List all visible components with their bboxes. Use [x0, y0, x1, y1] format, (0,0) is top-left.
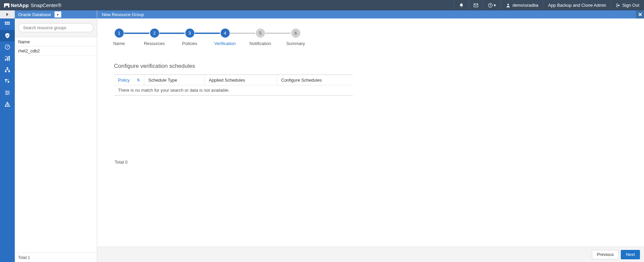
signout-button[interactable]: Sign Out [611, 0, 644, 10]
svg-rect-17 [7, 68, 8, 69]
left-panel-column-header[interactable]: Name [15, 37, 97, 46]
svg-rect-0 [4, 3, 5, 7]
nav-settings[interactable] [0, 87, 15, 98]
nav-monitor[interactable] [0, 41, 15, 53]
nav-reports[interactable] [0, 53, 15, 64]
step-label: Resources [144, 41, 165, 46]
signout-icon [616, 3, 620, 8]
step-connector [195, 33, 220, 34]
table-header-row: Policy ⇅ Schedule Type Applied Schedules… [114, 75, 353, 85]
resource-group-row[interactable]: rhel2_cdb2 [15, 46, 97, 56]
rail-toggle[interactable] [0, 10, 15, 18]
left-panel: Oracle Database ▾ Name rhel2_cdb2 Total … [15, 10, 97, 262]
svg-rect-15 [7, 57, 8, 61]
table-total: Total 0 [114, 160, 627, 165]
blocks-icon [4, 78, 10, 84]
left-total-label: Total 1 [18, 255, 30, 260]
svg-rect-25 [7, 104, 8, 105]
nav-dashboard[interactable] [0, 18, 15, 30]
step-name[interactable]: 1 Name [114, 29, 124, 46]
step-label: Verification [214, 41, 236, 46]
sort-asc-icon[interactable]: ⇅ [137, 78, 140, 82]
svg-rect-16 [9, 56, 10, 61]
table-empty-message: There is no match for your search or dat… [114, 85, 353, 95]
svg-point-23 [8, 92, 9, 93]
shield-check-icon [4, 33, 10, 39]
col-applied-schedules[interactable]: Applied Schedules [205, 75, 277, 85]
svg-point-13 [7, 47, 8, 47]
svg-point-24 [6, 94, 7, 95]
help-button[interactable]: ? ▾ [483, 0, 501, 10]
col-configure-schedules[interactable]: Configure Schedules [277, 75, 353, 85]
step-policies[interactable]: 3 Policies [185, 29, 195, 46]
plugin-dropdown-toggle[interactable]: ▾ [54, 11, 61, 17]
next-button[interactable]: Next [621, 250, 640, 259]
col-policy-label: Policy [118, 78, 130, 83]
verification-table: Policy ⇅ Schedule Type Applied Schedules… [114, 74, 353, 96]
mail-icon [473, 3, 478, 8]
content-header: New Resource Group ✕ [97, 10, 644, 18]
top-bar: NetApp SnapCenter® ? ▾ demo\oradba App B… [0, 0, 644, 10]
step-label: Notification [250, 41, 271, 46]
svg-rect-1 [8, 3, 9, 7]
col-schedule-type[interactable]: Schedule Type [144, 75, 205, 85]
svg-rect-18 [5, 71, 7, 72]
brand: NetApp SnapCenter® [0, 2, 65, 8]
left-panel-search-area [15, 18, 97, 37]
barchart-icon [4, 55, 10, 61]
step-circle: 3 [185, 29, 194, 38]
step-verification[interactable]: 4 Verification [220, 29, 230, 46]
gauge-icon [4, 44, 10, 50]
svg-rect-26 [7, 106, 8, 106]
step-label: Summary [286, 41, 305, 46]
alert-icon [4, 101, 10, 107]
svg-rect-14 [5, 59, 6, 61]
svg-rect-7 [7, 22, 8, 23]
bell-icon [459, 3, 464, 8]
col-policy[interactable]: Policy ⇅ [114, 75, 144, 85]
svg-rect-20 [5, 79, 7, 81]
svg-point-5 [507, 4, 509, 5]
step-summary[interactable]: 6 Summary [291, 29, 301, 46]
step-resources[interactable]: 2 Resources [149, 29, 159, 46]
brand-vendor: NetApp [11, 2, 29, 8]
step-connector [124, 33, 149, 34]
previous-button[interactable]: Previous [592, 250, 619, 259]
step-notification[interactable]: 5 Notification [255, 29, 265, 46]
nav-rail [0, 10, 15, 262]
grid-icon [4, 21, 10, 27]
notifications-button[interactable] [454, 0, 468, 10]
content-body: 1 Name 2 Resources 3 Policies 4 Verifica… [97, 18, 644, 247]
brand-product: SnapCenter® [31, 2, 61, 8]
messages-button[interactable] [468, 0, 483, 10]
search-input[interactable] [18, 23, 93, 32]
brand-logo: NetApp [4, 2, 29, 8]
step-circle: 4 [221, 29, 230, 38]
hierarchy-icon [4, 67, 10, 73]
nav-hosts[interactable] [0, 64, 15, 76]
svg-rect-10 [7, 24, 8, 25]
step-label: Name [113, 41, 125, 46]
col-name-label: Name [18, 39, 30, 44]
section-title: Configure verification schedules [114, 63, 627, 70]
svg-rect-8 [8, 22, 10, 23]
svg-rect-21 [8, 81, 9, 83]
nav-alerts[interactable] [0, 98, 15, 110]
main-area: Oracle Database ▾ Name rhel2_cdb2 Total … [0, 10, 644, 262]
nav-storage[interactable] [0, 76, 15, 87]
step-connector [265, 33, 291, 34]
left-panel-header: Oracle Database ▾ [15, 10, 97, 18]
step-connector [230, 33, 255, 34]
svg-rect-2 [5, 3, 8, 6]
svg-rect-19 [8, 71, 10, 72]
step-connector [159, 33, 185, 34]
svg-rect-6 [5, 22, 6, 23]
role-label[interactable]: App Backup and Clone Admin [543, 0, 611, 10]
wizard-footer: Previous Next [97, 247, 644, 262]
nav-resources[interactable] [0, 30, 15, 41]
user-label: demo\oradba [513, 3, 538, 8]
chevron-right-icon [6, 13, 9, 16]
user-menu[interactable]: demo\oradba [501, 0, 543, 10]
close-wizard-button[interactable]: ✕ [636, 10, 644, 18]
svg-rect-9 [5, 24, 6, 25]
